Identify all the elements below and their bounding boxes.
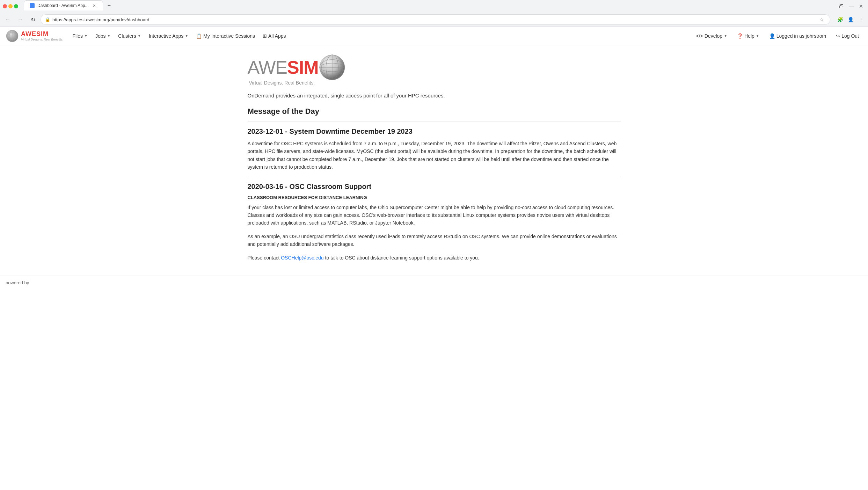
article-1: 2023-12-01 - System Downtime December 19…: [248, 127, 621, 171]
article-2-body2: As an example, an OSU undergrad statisti…: [248, 233, 621, 248]
nav-help-label: Help: [744, 33, 754, 39]
help-icon: ❓: [737, 33, 743, 39]
site-tagline: Virtual Designs. Real Benefits.: [249, 80, 315, 86]
develop-icon: </>: [696, 33, 703, 39]
nav-clusters[interactable]: Clusters ▼: [115, 31, 144, 41]
close-button[interactable]: [3, 4, 7, 8]
divider-2: [248, 177, 621, 177]
logo-awe: AWE: [21, 30, 36, 37]
sessions-icon: 📋: [196, 33, 202, 39]
article-1-body: A downtime for OSC HPC systems is schedu…: [248, 140, 621, 171]
address-text: https://apps-test.awesim.org/pun/dev/das…: [52, 17, 815, 22]
nav-files[interactable]: Files ▼: [69, 31, 91, 41]
divider-1: [248, 122, 621, 122]
osc-help-link[interactable]: OSCHelp@osc.edu: [281, 255, 323, 261]
files-caret-icon: ▼: [84, 34, 88, 38]
footer: powered by: [0, 276, 868, 290]
interactive-apps-caret-icon: ▼: [185, 34, 188, 38]
nav-clusters-label: Clusters: [118, 33, 136, 39]
nav-develop[interactable]: </> Develop ▼: [693, 31, 731, 41]
nav-right: </> Develop ▼ ❓ Help ▼ 👤 Logged in as jo…: [693, 31, 862, 41]
profile-button[interactable]: 👤: [846, 15, 855, 24]
main-content: AWE SIM: [242, 45, 626, 276]
article-2: 2020-03-16 - OSC Classroom Support CLASS…: [248, 183, 621, 262]
maximize-button[interactable]: [14, 4, 18, 8]
restore-down-button[interactable]: 🗗: [837, 2, 846, 10]
bookmark-button[interactable]: ☆: [817, 15, 826, 24]
develop-caret-icon: ▼: [724, 34, 727, 38]
nav-user[interactable]: 👤 Logged in as johrstrom: [766, 31, 830, 41]
app-navbar: AWESIM Virtual Designs. Real Benefits. F…: [0, 27, 868, 45]
nav-develop-label: Develop: [705, 33, 722, 39]
nav-my-sessions[interactable]: 📋 My Interactive Sessions: [192, 31, 258, 41]
nav-user-label: Logged in as johrstrom: [776, 33, 826, 39]
clusters-caret-icon: ▼: [138, 34, 141, 38]
nav-interactive-apps-label: Interactive Apps: [149, 33, 184, 39]
nav-my-sessions-label: My Interactive Sessions: [203, 33, 255, 39]
article-2-body1: If your class has lost or limited access…: [248, 204, 621, 227]
article-1-title: 2023-12-01 - System Downtime December 19…: [248, 127, 621, 136]
nav-logout-label: Log Out: [841, 33, 859, 39]
new-tab-button[interactable]: +: [104, 1, 114, 10]
article-2-body3: Please contact OSCHelp@osc.edu to talk t…: [248, 254, 621, 262]
classroom-label: CLASSROOM RESOURCES FOR DISTANCE LEARNIN…: [248, 195, 621, 200]
help-caret-icon: ▼: [756, 34, 759, 38]
wordmark-sim: SIM: [287, 57, 318, 78]
body3-suffix: to talk to OSC about distance-learning s…: [324, 255, 479, 261]
motd-title: Message of the Day: [248, 107, 621, 116]
minimize-button[interactable]: [8, 4, 13, 8]
forward-button[interactable]: →: [15, 15, 25, 24]
security-icon: 🔒: [45, 17, 50, 22]
logout-icon: ↪: [836, 33, 840, 39]
tab-favicon: [30, 3, 35, 8]
intro-text: OnDemand provides an integrated, single …: [248, 93, 621, 98]
site-logo-image: AWE SIM: [248, 53, 621, 86]
chrome-menu-button[interactable]: ⋮: [857, 15, 865, 24]
site-logo-wordmark: AWE SIM: [248, 53, 347, 81]
all-apps-icon: ⊞: [263, 33, 267, 39]
nav-all-apps[interactable]: ⊞ All Apps: [259, 31, 290, 41]
nav-logout[interactable]: ↪ Log Out: [832, 31, 862, 41]
article-2-title: 2020-03-16 - OSC Classroom Support: [248, 183, 621, 191]
user-icon: 👤: [769, 33, 775, 39]
address-bar[interactable]: 🔒 https://apps-test.awesim.org/pun/dev/d…: [41, 14, 830, 25]
tab-title: Dashboard - AweSim App...: [37, 3, 89, 8]
app-logo[interactable]: AWESIM Virtual Designs. Real Benefits.: [6, 29, 63, 43]
nav-menu: Files ▼ Jobs ▼ Clusters ▼ Interactive Ap…: [69, 31, 692, 41]
logo-globe-icon: [6, 29, 19, 43]
browser-tab[interactable]: Dashboard - AweSim App... ✕: [24, 0, 103, 10]
chrome-close-button[interactable]: ✕: [857, 2, 865, 10]
jobs-caret-icon: ▼: [107, 34, 110, 38]
body3-prefix: Please contact: [248, 255, 281, 261]
logo-sim: SIM: [36, 30, 49, 37]
reload-button[interactable]: ↻: [28, 15, 38, 24]
powered-by-text: powered by: [6, 280, 29, 285]
nav-jobs-label: Jobs: [95, 33, 106, 39]
logo-tagline: Virtual Designs. Real Benefits.: [21, 38, 63, 41]
nav-all-apps-label: All Apps: [268, 33, 286, 39]
nav-jobs[interactable]: Jobs ▼: [92, 31, 114, 41]
tab-close-button[interactable]: ✕: [92, 3, 97, 8]
nav-files-label: Files: [72, 33, 83, 39]
chrome-minimize-button[interactable]: —: [847, 2, 855, 10]
nav-interactive-apps[interactable]: Interactive Apps ▼: [145, 31, 192, 41]
wordmark-awe: AWE: [248, 57, 287, 78]
site-globe-icon: [318, 53, 346, 81]
site-logo: AWE SIM: [248, 53, 621, 86]
nav-help[interactable]: ❓ Help ▼: [734, 31, 763, 41]
extensions-button[interactable]: 🧩: [836, 15, 844, 24]
back-button[interactable]: ←: [3, 15, 13, 24]
